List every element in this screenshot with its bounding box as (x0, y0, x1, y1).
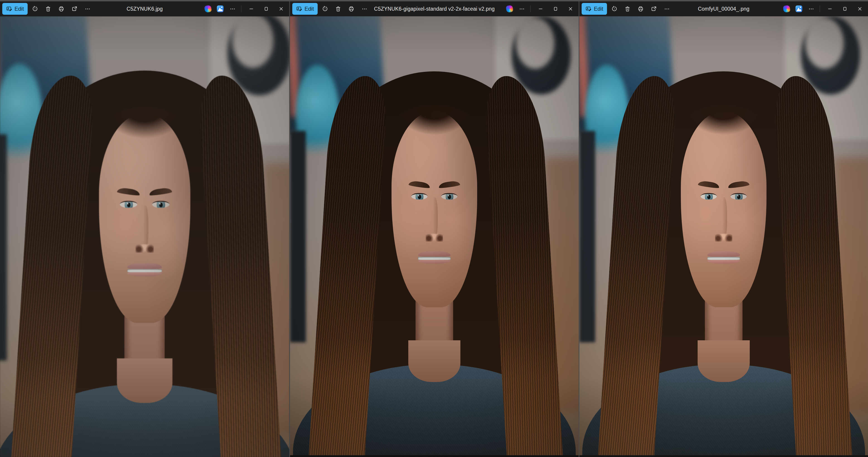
photos-gallery-icon (217, 5, 224, 12)
rotate-icon (322, 6, 328, 12)
print-button[interactable] (345, 3, 357, 15)
titlebar[interactable]: Edit C5ZYNUK6.jpg (0, 1, 289, 16)
minimize-button[interactable] (244, 3, 258, 15)
toolbar-right (781, 3, 867, 15)
ellipsis-icon (85, 6, 91, 12)
edit-button[interactable]: Edit (292, 3, 318, 15)
rotate-icon (32, 6, 38, 12)
titlebar-more-button[interactable] (805, 3, 817, 15)
printer-icon (348, 6, 354, 12)
titlebar[interactable]: Edit C5ZYNUK6-gigapixel-standard v2-2x-f… (290, 1, 579, 16)
share-icon (71, 6, 78, 12)
more-options-button[interactable] (359, 3, 370, 15)
close-button[interactable] (274, 3, 288, 15)
minimize-button[interactable] (823, 3, 837, 15)
edit-image-icon (586, 6, 592, 12)
maximize-button[interactable] (838, 3, 852, 15)
photos-window-1: Edit C5ZYNUK6.jpg (0, 1, 289, 457)
share-button[interactable] (68, 3, 80, 15)
toolbar-right (504, 3, 578, 15)
rotate-button[interactable] (29, 3, 41, 15)
face-shadow-overlay (681, 111, 766, 307)
photos-gallery-button[interactable] (214, 3, 226, 15)
edit-button[interactable]: Edit (582, 3, 607, 15)
subject-chest (408, 340, 460, 382)
copilot-button[interactable] (202, 3, 214, 15)
photos-gallery-icon (796, 5, 802, 12)
window-bottom-edge (290, 455, 579, 457)
titlebar-divider (241, 5, 241, 12)
ellipsis-icon (229, 6, 236, 12)
background-shelf (290, 131, 306, 342)
maximize-button[interactable] (548, 3, 563, 15)
toolbar-right (202, 3, 288, 15)
copilot-icon (506, 5, 514, 13)
photo-scene (0, 16, 289, 457)
copilot-icon (204, 5, 212, 13)
ellipsis-icon (361, 6, 368, 12)
photos-gallery-button[interactable] (793, 3, 805, 15)
titlebar[interactable]: Edit ComfyUI_00004_.png (579, 1, 868, 16)
face-shadow-overlay (99, 113, 190, 323)
more-options-button[interactable] (82, 3, 93, 15)
print-button[interactable] (634, 3, 646, 15)
ellipsis-icon (519, 6, 525, 12)
share-icon (651, 6, 657, 12)
rotate-icon (611, 6, 617, 12)
window-bottom-edge (579, 455, 868, 457)
rotate-button[interactable] (608, 3, 620, 15)
maximize-button[interactable] (259, 3, 274, 15)
printer-icon (58, 6, 64, 12)
subject-face (99, 113, 190, 323)
delete-button[interactable] (332, 3, 344, 15)
close-button[interactable] (563, 3, 578, 15)
background-shelf (0, 134, 7, 361)
photo-canvas[interactable] (579, 16, 868, 457)
photo-canvas[interactable] (290, 16, 579, 457)
toolbar-left: Edit (2, 3, 93, 15)
delete-button[interactable] (621, 3, 633, 15)
background-shelf (579, 131, 595, 342)
edit-image-icon (296, 6, 302, 12)
print-button[interactable] (55, 3, 67, 15)
minimize-button[interactable] (533, 3, 548, 15)
copilot-button[interactable] (504, 3, 516, 15)
photo-scene (290, 16, 579, 457)
subject-face (392, 111, 477, 307)
window-top-edge (0, 0, 868, 1)
delete-button[interactable] (42, 3, 54, 15)
close-button[interactable] (852, 3, 867, 15)
photo-canvas[interactable] (0, 16, 289, 457)
edit-image-icon (6, 6, 12, 12)
more-options-button[interactable] (661, 3, 673, 15)
toolbar-left: Edit (292, 3, 370, 15)
photos-window-2: Edit C5ZYNUK6-gigapixel-standard v2-2x-f… (289, 1, 579, 457)
photos-window-3: Edit ComfyUI_00004_.png (579, 1, 868, 457)
printer-icon (638, 6, 644, 12)
titlebar-divider (530, 5, 531, 12)
subject-chest (117, 358, 173, 403)
edit-button-label: Edit (594, 6, 603, 12)
titlebar-more-button[interactable] (516, 3, 528, 15)
copilot-button[interactable] (781, 3, 793, 15)
trash-icon (624, 6, 630, 12)
subject-face (681, 111, 766, 307)
toolbar-left: Edit (582, 3, 673, 15)
trash-icon (335, 6, 341, 12)
copilot-icon (783, 5, 790, 13)
edit-button[interactable]: Edit (2, 3, 28, 15)
rotate-button[interactable] (319, 3, 331, 15)
ellipsis-icon (664, 6, 670, 12)
trash-icon (45, 6, 51, 12)
edit-button-label: Edit (305, 6, 314, 12)
ellipsis-icon (808, 6, 814, 12)
face-shadow-overlay (392, 111, 477, 307)
edit-button-label: Edit (14, 6, 24, 12)
photo-scene (579, 16, 868, 457)
titlebar-more-button[interactable] (226, 3, 238, 15)
desktop: Edit C5ZYNUK6.jpg (0, 0, 868, 457)
share-button[interactable] (648, 3, 659, 15)
subject-chest (698, 340, 749, 382)
